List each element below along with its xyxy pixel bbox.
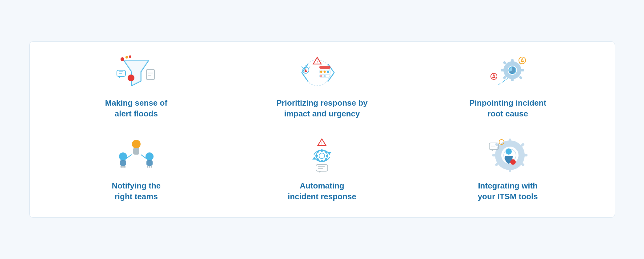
svg-point-49: [132, 140, 141, 148]
svg-text:!: !: [512, 160, 513, 164]
icon-alert-floods: !: [116, 54, 156, 91]
icon-notifying: [116, 137, 156, 174]
label-automating: Automating incident response: [288, 180, 356, 202]
svg-rect-69: [315, 155, 318, 157]
svg-rect-36: [520, 69, 524, 71]
cell-automating: ! Automating incident response: [234, 137, 410, 202]
svg-rect-84: [509, 168, 511, 172]
svg-point-44: [522, 62, 523, 63]
cell-rootcause: Pinpointing incident root cause: [420, 54, 596, 119]
svg-rect-54: [120, 160, 126, 166]
svg-rect-50: [133, 148, 139, 155]
icon-prioritizing: !: [302, 54, 342, 91]
svg-point-21: [324, 71, 326, 73]
svg-point-57: [120, 166, 122, 168]
svg-point-25: [324, 75, 326, 77]
svg-text:!: !: [322, 141, 323, 145]
svg-rect-99: [501, 144, 502, 145]
svg-point-53: [119, 152, 127, 160]
svg-rect-70: [326, 155, 328, 157]
svg-rect-33: [511, 59, 514, 63]
svg-rect-86: [523, 154, 527, 156]
cell-itsm: ! Integrating with your ITSM tools: [420, 137, 596, 202]
svg-point-60: [147, 166, 148, 168]
icon-itsm: !: [488, 137, 528, 174]
label-rootcause: Pinpointing incident root cause: [469, 98, 546, 119]
svg-rect-34: [511, 78, 514, 81]
svg-rect-40: [519, 76, 523, 80]
svg-rect-68: [321, 160, 323, 162]
icon-rootcause: [488, 54, 528, 91]
svg-rect-56: [146, 160, 153, 166]
icon-automating: !: [302, 137, 342, 174]
main-card: ! Ma: [29, 41, 615, 217]
svg-point-59: [124, 166, 125, 168]
svg-marker-10: [119, 76, 121, 78]
cell-prioritizing: !: [234, 54, 410, 119]
svg-point-66: [319, 153, 325, 159]
svg-point-4: [121, 57, 124, 61]
svg-point-62: [150, 166, 152, 168]
svg-line-28: [301, 67, 303, 68]
svg-rect-77: [316, 164, 328, 171]
label-prioritizing: Prioritizing response by impact and urge…: [276, 98, 367, 119]
svg-marker-80: [319, 171, 321, 173]
label-notifying: Notifying the right teams: [112, 180, 161, 202]
svg-rect-35: [501, 69, 504, 71]
svg-text:!: !: [317, 60, 318, 64]
svg-rect-85: [492, 154, 496, 156]
svg-text:!: !: [130, 76, 132, 80]
svg-line-30: [309, 67, 310, 68]
svg-rect-67: [321, 149, 323, 152]
svg-point-5: [125, 56, 128, 59]
svg-point-58: [122, 166, 124, 168]
features-grid: ! Ma: [48, 54, 596, 202]
cell-notifying: Notifying the right teams: [48, 137, 225, 202]
cell-alert-floods: ! Ma: [48, 54, 225, 119]
svg-point-6: [129, 55, 131, 58]
svg-marker-97: [491, 150, 493, 152]
svg-rect-18: [319, 66, 330, 69]
svg-marker-1: [124, 60, 149, 86]
svg-point-55: [146, 152, 154, 160]
svg-point-61: [149, 166, 150, 168]
svg-line-48: [498, 79, 508, 85]
svg-point-24: [320, 75, 322, 77]
svg-rect-11: [146, 70, 154, 79]
svg-point-91: [506, 148, 512, 155]
svg-point-47: [494, 78, 494, 79]
svg-rect-83: [509, 139, 511, 143]
label-alert-floods: Making sense of alert floods: [105, 98, 167, 119]
svg-point-20: [320, 71, 322, 73]
label-itsm: Integrating with your ITSM tools: [478, 180, 538, 202]
svg-point-22: [327, 71, 329, 73]
